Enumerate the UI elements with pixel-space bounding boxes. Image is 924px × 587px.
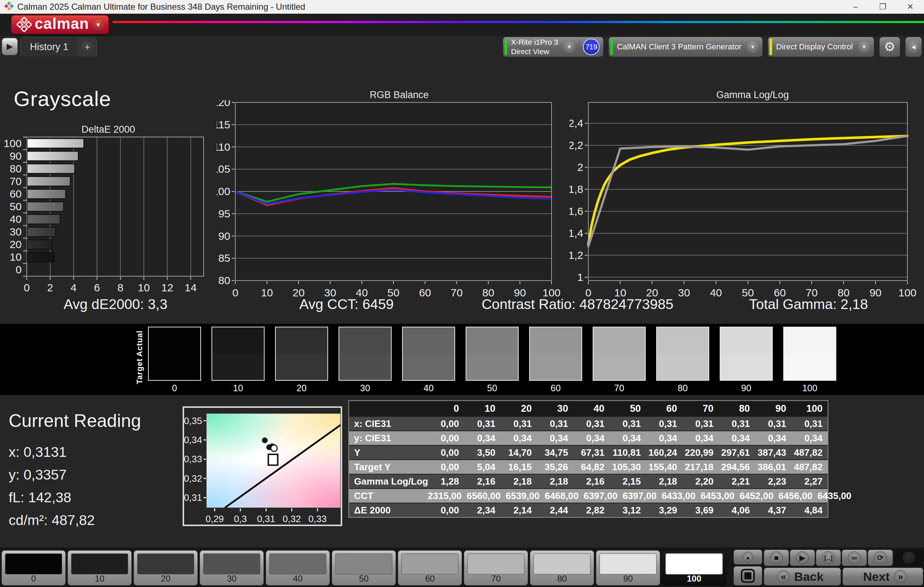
- add-tab-button[interactable]: +: [78, 38, 97, 57]
- pattern-window-button[interactable]: [733, 566, 762, 585]
- table-cell: 4,37: [755, 505, 792, 516]
- collapse-panel-button[interactable]: ◀: [905, 37, 922, 57]
- svg-text:1,6: 1,6: [569, 205, 583, 217]
- next-button[interactable]: Next »: [842, 567, 923, 585]
- table-cell: 0,34: [646, 433, 682, 444]
- table-cell: 2,16: [573, 476, 610, 487]
- svg-text:70: 70: [10, 175, 21, 187]
- tab-history-1[interactable]: History 1 +: [20, 37, 97, 57]
- stat-avg-cct: Avg CCT: 6459: [231, 296, 462, 317]
- table-cell: 0,00: [428, 418, 464, 429]
- pattern-size-icon: [‥]: [822, 551, 835, 564]
- gray-patch-swatch: [666, 554, 723, 574]
- table-cell: 0,34: [682, 433, 719, 444]
- swatch-actual-half: [276, 327, 327, 354]
- table-cell: 294,56: [719, 462, 755, 473]
- gamma-chart-title: Gamma Log/Log: [569, 89, 917, 100]
- svg-text:10: 10: [138, 281, 150, 294]
- gray-patch-button-40[interactable]: 40: [266, 550, 330, 585]
- table-cell: 0,31: [755, 418, 792, 429]
- gray-patch-button-80[interactable]: 80: [530, 550, 594, 585]
- layout-flyout-button[interactable]: ▶: [2, 38, 18, 55]
- svg-text:0: 0: [24, 281, 30, 294]
- svg-text:20: 20: [10, 238, 21, 250]
- table-cell: 2315,00: [428, 490, 467, 501]
- pattern-size-button[interactable]: [‥]: [816, 549, 841, 566]
- gray-patch-button-100[interactable]: 100: [662, 550, 726, 585]
- refresh-button[interactable]: ⟳: [868, 549, 893, 566]
- pattern-panel-up-button[interactable]: ▲: [733, 549, 762, 565]
- table-col-header: 40: [573, 403, 610, 414]
- gray-patch-button-20[interactable]: 20: [134, 550, 198, 585]
- svg-text:30: 30: [10, 226, 21, 238]
- calman-menu-caret-icon[interactable]: ▼: [92, 18, 105, 31]
- pattern-generator-label: CalMAN Client 3 Pattern Generator: [617, 42, 741, 52]
- gray-patch-button-30[interactable]: 30: [200, 550, 264, 585]
- gray-patch-swatch: [467, 554, 525, 574]
- svg-text:4: 4: [70, 281, 76, 294]
- gray-patch-swatch: [599, 554, 657, 574]
- table-cell: 16,15: [500, 462, 537, 473]
- settings-gear-button[interactable]: ⚙: [879, 37, 900, 57]
- svg-text:6: 6: [94, 281, 100, 294]
- swatch-target-half: [212, 354, 264, 380]
- meter-name: X-Rite i1Pro 3: [511, 38, 558, 47]
- pattern-dropdown-icon[interactable]: ▼: [746, 41, 759, 53]
- table-col-header: 50: [610, 403, 646, 414]
- display-control-label: Direct Display Control: [776, 42, 853, 52]
- back-button[interactable]: « Back: [764, 567, 841, 585]
- reading-x: x: 0,3131: [9, 444, 66, 460]
- table-row-label: Y: [349, 447, 428, 458]
- gray-patch-button-0[interactable]: 0: [2, 550, 66, 585]
- continuous-button[interactable]: ∞: [842, 549, 867, 566]
- restore-button[interactable]: ❐: [869, 0, 897, 14]
- table-cell: 0,00: [428, 433, 464, 444]
- meter-dropdown-icon[interactable]: ▼: [563, 41, 575, 53]
- swatch-target-half: [530, 354, 581, 380]
- gray-patch-label: 100: [662, 574, 726, 584]
- measurement-table: 0102030405060708090100x: CIE310,000,310,…: [348, 400, 828, 518]
- gray-patch-button-90[interactable]: 90: [596, 550, 660, 585]
- table-cell: 160,24: [646, 447, 682, 458]
- table-cell: 35,26: [537, 462, 573, 473]
- swatch-actual-half: [593, 327, 645, 354]
- table-cell: 0,34: [464, 433, 501, 444]
- svg-text:0,29: 0,29: [205, 513, 224, 524]
- calman-menu-button[interactable]: calman ▼: [11, 15, 109, 34]
- table-cell: 0,31: [682, 418, 719, 429]
- swatch-level-label: 0: [148, 383, 201, 393]
- table-col-header: 20: [500, 403, 537, 414]
- table-cell: 2,18: [500, 476, 537, 487]
- deltae-bar-chart-svg: 100908070605040302010002468101214: [3, 135, 213, 295]
- display-control-button[interactable]: Direct Display Control ▼: [768, 37, 874, 57]
- swatch-level-label: 60: [529, 383, 582, 393]
- meter-select-button[interactable]: X-Rite i1Pro 3 Direct View ▼ 719: [503, 37, 604, 57]
- swatch-target-half: [466, 354, 518, 380]
- gray-patch-button-50[interactable]: 50: [332, 550, 396, 585]
- play-button[interactable]: ▶: [790, 549, 815, 566]
- table-col-header: 100: [791, 403, 828, 414]
- pattern-generator-button[interactable]: CalMAN Client 3 Pattern Generator ▼: [609, 37, 763, 57]
- next-label: Next: [863, 570, 890, 584]
- minimize-button[interactable]: –: [842, 0, 869, 14]
- gray-patch-button-70[interactable]: 70: [464, 550, 528, 585]
- table-row: x: CIE310,000,310,310,310,310,310,310,31…: [349, 416, 828, 431]
- table-cell: 6539,00: [506, 490, 544, 501]
- gray-patch-label: 20: [134, 574, 198, 584]
- table-cell: 0,34: [791, 433, 828, 444]
- gray-patch-button-60[interactable]: 60: [398, 550, 462, 585]
- close-button[interactable]: ✕: [897, 0, 924, 14]
- swatch-target-half: [720, 354, 772, 380]
- rgb-line-chart-svg: 8085909510010511011512001020304050607080…: [216, 100, 563, 298]
- gray-patch-button-10[interactable]: 10: [68, 550, 132, 585]
- display-dropdown-icon[interactable]: ▼: [858, 41, 870, 53]
- svg-text:80: 80: [10, 163, 21, 174]
- table-cell: 0,34: [719, 433, 755, 444]
- swatch-100: [783, 327, 836, 381]
- swatch-60: [529, 327, 582, 381]
- swatch-actual-half: [784, 327, 836, 354]
- stop-button[interactable]: ■: [764, 549, 789, 566]
- meter-exposure-badge[interactable]: 719: [583, 39, 599, 55]
- swatch-actual-label: Actual: [135, 330, 144, 357]
- swatch-level-label: 90: [720, 383, 773, 393]
